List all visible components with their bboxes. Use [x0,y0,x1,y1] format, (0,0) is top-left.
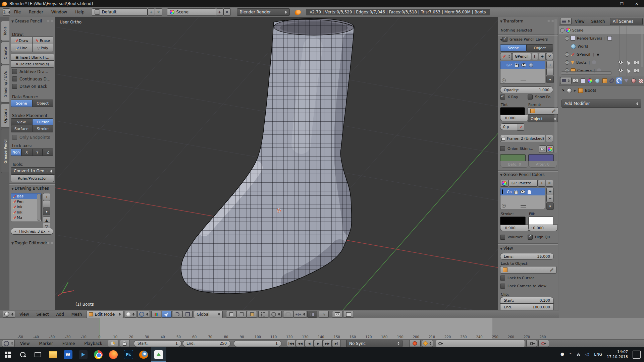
clip-end-slider[interactable]: End:1000.000 [500,304,554,310]
delete-scene-button[interactable]: ✕ [223,8,231,16]
onion-color-icon[interactable] [546,145,554,153]
outliner-hscrollbar[interactable] [561,71,612,75]
tray-chevron-icon[interactable]: ⌃ [569,352,572,357]
panel-grease-pencil-header[interactable]: Grease Pencil [11,19,42,23]
gp-layer-row[interactable]: GP [500,61,545,69]
stroke-color-swatch[interactable] [500,217,526,225]
renderable-camera-icon[interactable] [634,69,639,72]
pivot-dropdown[interactable] [138,311,150,318]
tab-tools[interactable]: Tools [1,21,9,41]
browser-icon[interactable] [106,347,121,362]
next-keyframe-button[interactable]: ▶▶ [323,340,332,347]
menu-render[interactable]: Render [25,10,47,14]
palette-icon-button[interactable] [500,180,508,187]
clock[interactable]: 14:07 17.10.2018 [607,350,628,359]
clip-start-slider[interactable]: Start:0.100 [500,297,554,304]
gpencil-name-field[interactable]: GPencil [512,53,531,60]
search-button[interactable] [15,347,30,362]
lens-slider[interactable]: Lens:35.000 [500,253,554,260]
stroke-alpha-field[interactable]: : 0.900 [500,225,530,231]
convert-to-geometry-dropdown[interactable]: Convert to Geo... [11,167,55,175]
image-viewer-icon[interactable] [151,347,166,362]
remove-brush-button[interactable]: − [43,200,50,207]
lock-object-field[interactable]: 🖉 [500,266,556,274]
insert-keyframe-button[interactable] [526,340,537,347]
expand-icon[interactable]: + [565,36,569,41]
lock-axis-none[interactable]: Non [11,148,21,156]
proportional-edit-dropdown[interactable] [270,311,282,318]
active-keying-set-field[interactable] [436,340,525,347]
outliner-row-boots[interactable]: + Boots | [559,58,644,66]
viewport-shading-dropdown[interactable] [125,311,136,318]
add-list-item-icon[interactable]: + [502,204,506,208]
volumetric-row[interactable]: Volumet [500,235,523,240]
orientation-dropdown[interactable]: Global [194,311,223,318]
new-gpencil-button[interactable]: + [539,53,546,60]
media-player-icon[interactable] [75,347,91,362]
placement-cursor[interactable]: Cursor [32,118,54,126]
tab-object-icon[interactable] [601,77,608,84]
tray-person-icon[interactable]: ☻ [560,352,564,357]
tab-shading-uvs[interactable]: Shading / UVs [1,65,9,103]
remove-layer-button[interactable]: − [546,68,554,75]
close-button[interactable]: ✕ [629,0,644,7]
frame-start-field[interactable]: Start:1 [134,340,181,347]
add-scene-button[interactable]: + [216,8,223,16]
snap-peel-button[interactable]: ↘ [319,311,329,318]
lock-range-button[interactable] [120,340,130,347]
timeline-frame-menu[interactable]: Frame [58,341,79,346]
tab-modifiers-icon[interactable] [616,77,623,84]
erase-button[interactable]: Erase [32,37,54,45]
additive-checkbox[interactable] [12,69,17,74]
after-frames-slider[interactable]: After: 0 [528,161,557,168]
high-quality-row[interactable]: High Qu [528,235,550,240]
menu-file[interactable]: File [10,10,25,14]
delete-keyframe-button[interactable]: ✕ [538,340,549,347]
translate-manipulator[interactable] [162,311,172,318]
panel-grip[interactable] [47,20,54,22]
gp-layers-checkbox[interactable] [502,37,507,42]
pin-icon[interactable]: ✈ [560,87,566,93]
gp-source-scene-tab[interactable]: Scene [500,44,527,52]
mode-dropdown[interactable]: Edit Mode [86,311,123,318]
occlude-geometry-button[interactable] [258,311,268,318]
eyedropper-icon[interactable]: 🖉 [550,268,554,272]
gp-layers-panel-header[interactable]: Grease Pencil Layers [500,37,548,42]
before-frames-slider[interactable]: Befo: 0 [500,161,529,168]
view-panel-header[interactable]: View [500,246,513,251]
show-points-row[interactable]: Show Po [528,95,550,100]
placement-surface[interactable]: Surface [11,125,32,132]
poly-button[interactable]: ▽Poly [32,44,54,52]
additive-drawing-row[interactable]: Additive Dra... [12,69,48,74]
add-menu[interactable]: Add [53,312,67,317]
tab-create[interactable]: Create [1,42,9,64]
draw-button[interactable]: Draw [11,37,32,45]
draw-on-back-checkbox[interactable] [12,84,17,89]
expand-icon[interactable]: + [565,52,569,57]
vertex-select-button[interactable] [226,311,236,318]
screen-layout-selector[interactable]: Default [92,8,148,16]
gp-color-list[interactable]: Co + [500,188,545,209]
color-specials-button[interactable]: ▾ [546,202,554,210]
viewport-3d[interactable]: User Ortho (1) Boots [55,17,498,310]
file-explorer-icon[interactable] [45,347,60,362]
collapse-icon[interactable]: − [560,28,565,33]
prev-keyframe-button[interactable]: ◀◀ [296,340,305,347]
add-layer-button[interactable]: + [546,61,554,68]
fill-color-swatch[interactable] [528,217,554,225]
menu-window[interactable]: Window [47,10,71,14]
tab-grease-pencil[interactable]: Grease Pencil [1,129,9,173]
editor-type-info-icon[interactable]: ⓘ [3,8,10,16]
new-palette-button[interactable]: + [538,180,545,187]
layer-specials-button[interactable]: ▾ [546,76,554,83]
tray-network-icon[interactable]: 🖧 [577,352,581,357]
jump-to-end-button[interactable]: ▶| [332,340,341,347]
outliner-row-world[interactable]: World [559,42,644,50]
delete-layout-button[interactable]: ✕ [155,8,162,16]
outliner-search-menu[interactable]: Search [588,19,608,24]
gp-layer-list[interactable]: GP + [500,61,545,84]
unlock-color-button[interactable] [517,123,524,131]
eye-icon[interactable] [521,63,526,67]
volumetric-checkbox[interactable] [500,235,505,240]
renderable-camera-icon[interactable] [634,61,639,64]
